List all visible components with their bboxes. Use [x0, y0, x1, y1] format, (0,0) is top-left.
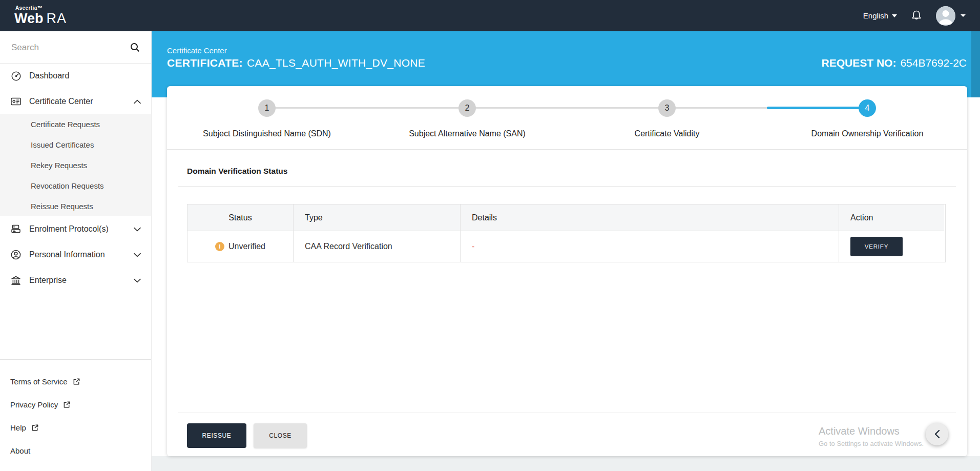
- language-selector[interactable]: English: [863, 11, 897, 20]
- step-3-circle[interactable]: 3: [658, 99, 676, 117]
- section-title: Domain Verification Status: [187, 167, 287, 176]
- section-divider: [178, 186, 956, 187]
- sidebar-item-label: Dashboard: [29, 71, 69, 80]
- external-link-icon: [73, 378, 80, 385]
- webra-logo: Ascertia™ WebRA: [14, 6, 67, 26]
- page-bottom-strip: [152, 456, 980, 471]
- breadcrumb: Certificate Center: [167, 46, 227, 55]
- chevron-up-icon: [134, 99, 141, 104]
- sidebar-item-label: Enterprise: [29, 276, 67, 285]
- scrollbar-thumb[interactable]: [971, 31, 980, 97]
- wizard-stepper: 1 2 3 4 Subject Distinguished Name (SDN)…: [167, 86, 967, 150]
- help-link[interactable]: Help: [0, 416, 151, 439]
- reissue-button[interactable]: REISSUE: [187, 423, 246, 448]
- terms-of-service-link[interactable]: Terms of Service: [0, 370, 151, 393]
- sidebar-item-reissue-requests[interactable]: Reissue Requests: [0, 196, 151, 216]
- step-4-circle[interactable]: 4: [859, 99, 876, 117]
- brand-web: Web: [14, 11, 44, 26]
- sidebar-item-issued-certificates[interactable]: Issued Certificates: [0, 134, 151, 155]
- chevron-down-icon: [892, 14, 897, 17]
- sidebar-item-enrolment-protocols[interactable]: Enrolment Protocol(s): [0, 218, 151, 240]
- language-label: English: [863, 11, 888, 20]
- external-link-icon: [31, 424, 39, 432]
- brand-ra: RA: [47, 11, 67, 26]
- request-number: REQUEST NO:654B7692-2C: [822, 57, 967, 69]
- page-title: CERTIFICATE:CAA_TLS_AUTH_WITH_DV_NONE: [167, 57, 425, 69]
- user-menu[interactable]: [936, 6, 966, 26]
- bank-icon: [10, 275, 22, 286]
- status-text: Unverified: [228, 242, 265, 251]
- sidebar-item-dashboard[interactable]: Dashboard: [0, 65, 151, 87]
- warning-info-icon: i: [215, 242, 224, 251]
- step-1-circle[interactable]: 1: [258, 99, 276, 117]
- sidebar-item-label: Certificate Center: [29, 97, 93, 106]
- certificate-icon: [10, 96, 22, 107]
- table-row-details-cell: -: [461, 231, 839, 262]
- about-link[interactable]: About: [0, 439, 151, 462]
- step-4-label: Domain Ownership Verification: [811, 129, 924, 138]
- sidebar: Dashboard Certificate Center Certificate…: [0, 31, 152, 471]
- collapse-panel-button[interactable]: [926, 423, 948, 445]
- search-input[interactable]: [11, 43, 119, 53]
- close-button[interactable]: CLOSE: [254, 423, 307, 448]
- page-title-label: CERTIFICATE:: [167, 57, 243, 69]
- step-2-label: Subject Alternative Name (SAN): [409, 129, 526, 138]
- dashboard-icon: [10, 71, 22, 81]
- chevron-down-icon: [134, 253, 141, 257]
- top-navbar: Ascertia™ WebRA English: [0, 0, 980, 31]
- sidebar-item-certificate-center[interactable]: Certificate Center: [0, 90, 151, 113]
- sidebar-item-enterprise[interactable]: Enterprise: [0, 269, 151, 292]
- chevron-down-icon: [134, 227, 141, 232]
- table-row-action-cell: VERIFY: [839, 231, 944, 262]
- notifications-bell-icon[interactable]: [910, 9, 923, 23]
- main-content: Certificate Center CERTIFICATE:CAA_TLS_A…: [152, 31, 980, 471]
- avatar: [936, 6, 955, 26]
- step-1-label: Subject Distinguished Name (SDN): [203, 129, 331, 138]
- sidebar-item-rekey-requests[interactable]: Rekey Requests: [0, 155, 151, 175]
- step-2-circle[interactable]: 2: [458, 99, 476, 117]
- table-row-status-cell: i Unverified: [187, 231, 294, 262]
- person-circle-icon: [10, 249, 22, 260]
- column-header-status: Status: [187, 204, 294, 231]
- external-link-icon: [63, 401, 71, 408]
- sidebar-item-revocation-requests[interactable]: Revocation Requests: [0, 175, 151, 196]
- column-header-type: Type: [294, 204, 461, 231]
- sidebar-item-certificate-requests[interactable]: Certificate Requests: [0, 114, 151, 134]
- sidebar-footer: Terms of Service Privacy Policy Help: [0, 359, 151, 462]
- table-row-type-cell: CAA Record Verification: [294, 231, 461, 262]
- privacy-policy-link[interactable]: Privacy Policy: [0, 393, 151, 416]
- domain-verification-table: Status Type Details Action i Unverified …: [187, 204, 946, 262]
- certificate-card: 1 2 3 4 Subject Distinguished Name (SDN)…: [167, 86, 967, 456]
- chevron-left-icon: [934, 429, 940, 439]
- chevron-down-icon: [134, 278, 141, 283]
- sidebar-item-label: Personal Information: [29, 250, 105, 259]
- certificate-center-submenu: Certificate Requests Issued Certificates…: [0, 114, 151, 216]
- sidebar-search: [0, 31, 151, 64]
- activate-windows-watermark-sub: Go to Settings to activate Windows.: [819, 440, 924, 447]
- enrolment-protocol-icon: [10, 223, 22, 235]
- sidebar-item-personal-information[interactable]: Personal Information: [0, 243, 151, 266]
- sidebar-item-label: Enrolment Protocol(s): [29, 224, 109, 234]
- stepper-progress: [767, 107, 868, 109]
- step-3-label: Certificate Validity: [635, 129, 700, 138]
- page-title-value: CAA_TLS_AUTH_WITH_DV_NONE: [247, 57, 425, 69]
- ascertia-brand-text: Ascertia™: [15, 6, 67, 11]
- column-header-details: Details: [461, 204, 839, 231]
- verify-button[interactable]: VERIFY: [850, 237, 903, 256]
- request-number-value: 654B7692-2C: [900, 57, 967, 69]
- search-icon[interactable]: [130, 43, 140, 52]
- request-number-label: REQUEST NO:: [822, 57, 896, 69]
- column-header-action: Action: [839, 204, 944, 231]
- footer-divider: [178, 413, 956, 413]
- chevron-down-icon: [961, 14, 966, 17]
- activate-windows-watermark: Activate Windows: [819, 425, 900, 437]
